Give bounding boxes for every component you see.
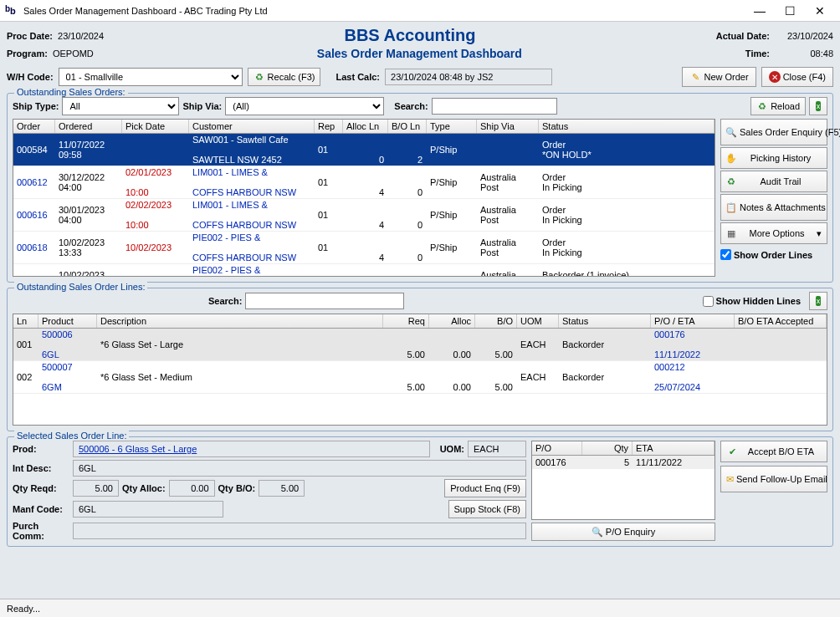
qty-reqd-value: 5.00: [73, 480, 119, 497]
lines-grid[interactable]: Ln Product Description Req Alloc B/O UOM…: [13, 314, 827, 426]
ship-type-label: Ship Type:: [13, 101, 59, 111]
po-grid[interactable]: P/O Qty ETA 000176 5 11/11/2022: [531, 441, 715, 520]
ship-via-select[interactable]: (All): [225, 97, 384, 115]
dropdown-arrow-icon: ▾: [817, 228, 822, 239]
proc-date-label: Proc Date:: [7, 31, 53, 41]
qty-alloc-label: Qty Alloc:: [122, 483, 166, 493]
last-calc-label: Last Calc:: [335, 72, 380, 82]
window-title: Sales Order Management Dashboard - ABC T…: [23, 6, 745, 16]
close-icon: ✕: [769, 71, 781, 83]
picking-history-button[interactable]: ✋Picking History: [720, 147, 827, 169]
time-value: 08:48: [775, 48, 833, 59]
qty-reqd-label: Qty Reqd:: [13, 483, 69, 493]
page-title: Sales Order Management Dashboard: [317, 47, 522, 60]
more-options-button[interactable]: ▦More Options▾: [720, 222, 827, 244]
send-follow-up-email-button[interactable]: ✉Send Follow-Up Email: [720, 466, 827, 492]
orders-side-actions: 🔍Sales Order Enquiry (F5) ✋Picking Histo…: [720, 119, 827, 277]
wh-code-label: W/H Code:: [7, 72, 54, 82]
program-label: Program:: [7, 48, 48, 59]
manf-code-value: 6GL: [73, 501, 223, 518]
table-row[interactable]: 00061230/12/202204:0002/01/202310:00LIM0…: [13, 166, 715, 199]
product-enquiry-button[interactable]: Product Enq (F9): [444, 479, 526, 497]
recycle-icon: ♻: [254, 71, 265, 83]
sales-order-enquiry-button[interactable]: 🔍Sales Order Enquiry (F5): [720, 119, 827, 145]
close-window-button[interactable]: ✕: [805, 2, 835, 20]
hand-icon: ✋: [725, 152, 737, 164]
po-row[interactable]: 000176 5 11/11/2022: [532, 456, 715, 469]
qty-alloc-value: 0.00: [169, 480, 215, 497]
wh-code-select[interactable]: 01 - Smallville: [59, 68, 243, 86]
new-order-button[interactable]: ✎New Order: [682, 67, 755, 87]
accept-bo-eta-button[interactable]: ✔Accept B/O ETA: [720, 441, 827, 462]
uom-value: EACH: [468, 441, 526, 457]
notes-attachments-button[interactable]: 📋Notes & Attachments: [720, 194, 827, 221]
show-hidden-lines-checkbox[interactable]: [703, 296, 714, 307]
program-value: OEPOMD: [53, 48, 94, 59]
reload-icon: ♻: [756, 100, 768, 112]
detail-legend: Selected Sales Order Line:: [14, 431, 129, 441]
actual-date-value: 23/10/2024: [775, 31, 833, 41]
show-order-lines-label: Show Order Lines: [734, 250, 812, 260]
table-row[interactable]: 0015000066GL*6 Glass Set - Large5.000.00…: [13, 329, 827, 361]
statusbar-text: Ready...: [7, 604, 40, 614]
show-order-lines-checkbox[interactable]: [720, 249, 731, 260]
table-row[interactable]: 00061910/02/202308:2210/02/2023PIE002 - …: [13, 264, 715, 276]
app-brand-title: BBS Accounting: [344, 26, 475, 44]
table-row[interactable]: 00061810/02/202313:3310/02/2023PIE002 - …: [13, 232, 715, 264]
minimize-button[interactable]: —: [745, 2, 775, 20]
export-orders-button[interactable]: x: [809, 97, 827, 115]
purch-comm-value: [73, 523, 526, 539]
prod-value[interactable]: 500006 - 6 Glass Set - Large: [73, 441, 430, 457]
orders-search-label: Search:: [394, 101, 428, 111]
qty-bo-value: 5.00: [259, 480, 305, 497]
lines-legend: Outstanding Sales Order Lines:: [14, 282, 147, 292]
excel-icon: x: [816, 101, 822, 111]
int-desc-label: Int Desc:: [13, 463, 69, 473]
table-row[interactable]: 0025000076GM*6 Glass Set - Medium5.000.0…: [13, 361, 827, 394]
app-icon: bb: [5, 4, 18, 18]
lines-search-input[interactable]: [245, 293, 404, 309]
options-icon: ▦: [725, 227, 737, 239]
export-lines-button[interactable]: x: [809, 292, 827, 310]
magnifier-icon: 🔍: [592, 526, 603, 538]
check-icon: ✔: [726, 446, 738, 457]
outstanding-orders-section: Outstanding Sales Orders: Ship Type: All…: [7, 93, 833, 283]
purch-comm-label: Purch Comm:: [13, 521, 69, 541]
qty-bo-label: Qty B/O:: [218, 483, 256, 493]
orders-legend: Outstanding Sales Orders:: [14, 87, 128, 97]
maximize-button[interactable]: ☐: [775, 2, 805, 20]
statusbar: Ready...: [0, 599, 840, 617]
excel-icon: x: [816, 296, 822, 306]
note-icon: 📋: [725, 201, 737, 213]
audit-trail-button[interactable]: ♻Audit Trail: [720, 171, 827, 192]
ship-via-label: Ship Via:: [182, 101, 222, 111]
recalc-button[interactable]: ♻Recalc (F3): [248, 68, 321, 86]
reload-button[interactable]: ♻Reload: [750, 97, 806, 115]
uom-label: UOM:: [440, 444, 464, 454]
orders-grid-header: Order Ordered Pick Date Customer Rep All…: [13, 120, 715, 134]
mail-icon: ✉: [726, 473, 734, 485]
proc-date-value: 23/10/2024: [58, 31, 104, 41]
orders-search-input[interactable]: [432, 98, 557, 115]
prod-label: Prod:: [13, 444, 69, 454]
po-enquiry-button[interactable]: 🔍P/O Enquiry: [531, 523, 715, 541]
actual-date-label: Actual Date:: [716, 31, 770, 41]
orders-grid[interactable]: Order Ordered Pick Date Customer Rep All…: [13, 119, 715, 277]
table-row[interactable]: 00061630/01/202304:0002/02/202310:00LIM0…: [13, 199, 715, 232]
window-titlebar: bb Sales Order Management Dashboard - AB…: [0, 0, 840, 22]
new-icon: ✎: [689, 71, 701, 83]
supp-stock-button[interactable]: Supp Stock (F8): [448, 500, 526, 518]
int-desc-value: 6GL: [73, 460, 526, 477]
magnifier-icon: 🔍: [725, 126, 737, 138]
outstanding-lines-section: Outstanding Sales Order Lines: Search: S…: [7, 288, 833, 431]
recycle-icon: ♻: [725, 176, 737, 187]
time-label: Time:: [745, 48, 770, 59]
lines-search-label: Search:: [208, 296, 242, 306]
show-hidden-lines-label: Show Hidden Lines: [716, 296, 801, 306]
close-button[interactable]: ✕Close (F4): [761, 67, 833, 87]
table-row[interactable]: 00058411/07/202209:58SAW001 - Sawtell Ca…: [13, 134, 715, 166]
last-calc-value: 23/10/2024 08:48 by JS2: [385, 69, 552, 85]
manf-code-label: Manf Code:: [13, 504, 69, 514]
selected-line-section: Selected Sales Order Line: Prod: 500006 …: [7, 436, 833, 547]
ship-type-select[interactable]: All: [62, 97, 179, 115]
